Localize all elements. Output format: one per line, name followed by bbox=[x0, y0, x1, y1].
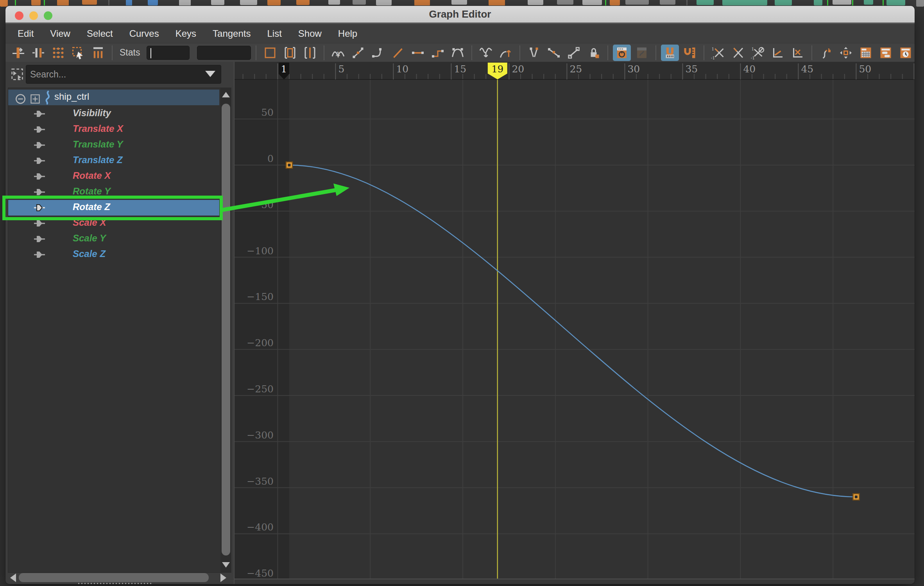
shelf-icon-stub[interactable] bbox=[353, 0, 366, 5]
shelf-icon-stub[interactable] bbox=[528, 0, 543, 5]
channel-row-translate-x[interactable]: Translate X bbox=[8, 122, 219, 137]
channel-row-scale-y[interactable]: Scale Y bbox=[8, 231, 219, 247]
move-nearest-key-tool-button[interactable] bbox=[9, 45, 27, 61]
stacked-view-button[interactable] bbox=[281, 45, 299, 61]
shelf-icon-stub[interactable] bbox=[179, 0, 191, 6]
mute-channel-icon[interactable] bbox=[33, 109, 46, 119]
panel-resize-grip[interactable] bbox=[78, 583, 152, 584]
menu-view[interactable]: View bbox=[50, 28, 70, 39]
shelf-icon-stub[interactable] bbox=[376, 0, 392, 5]
mute-channel-icon[interactable] bbox=[33, 218, 46, 228]
mute-channel-icon[interactable] bbox=[33, 140, 46, 150]
swap-buffer-curve-button[interactable] bbox=[497, 45, 515, 61]
channel-row-rotate-x[interactable]: Rotate X bbox=[8, 169, 219, 184]
filter-icon[interactable] bbox=[9, 67, 25, 82]
break-tangents-button[interactable] bbox=[525, 45, 543, 61]
shelf-icon-stub[interactable] bbox=[211, 0, 224, 5]
channel-row-translate-z[interactable]: Translate Z bbox=[8, 153, 219, 169]
mute-channel-icon[interactable] bbox=[33, 124, 46, 135]
channel-row-rotate-z[interactable]: Rotate Z bbox=[8, 200, 219, 216]
channel-row-rotate-y[interactable]: Rotate Y bbox=[8, 184, 219, 200]
channel-row-translate-y[interactable]: Translate Y bbox=[8, 137, 219, 153]
stats-value-field[interactable] bbox=[197, 46, 251, 60]
search-input[interactable] bbox=[30, 65, 202, 83]
channel-row-visibility[interactable]: Visibility bbox=[8, 106, 219, 122]
retime-tool-button[interactable] bbox=[89, 45, 107, 61]
window-titlebar[interactable]: Graph Editor bbox=[5, 6, 915, 23]
shelf-icon-stub[interactable] bbox=[0, 0, 8, 7]
shelf-icon-stub[interactable] bbox=[610, 0, 620, 5]
pre-infinity-cycle-offset-button[interactable] bbox=[729, 45, 747, 61]
scroll-left-icon[interactable] bbox=[10, 573, 16, 582]
horizontal-scroll-thumb[interactable] bbox=[19, 573, 209, 582]
spline-tangent-button[interactable] bbox=[349, 45, 367, 61]
shelf-icon-stub[interactable] bbox=[697, 0, 714, 5]
mute-channel-icon[interactable] bbox=[33, 203, 46, 213]
vertical-scroll-thumb[interactable] bbox=[222, 104, 230, 555]
shelf-icon-stub[interactable] bbox=[240, 0, 257, 5]
unify-tangents-button[interactable] bbox=[545, 45, 563, 61]
stipple-curve-button[interactable] bbox=[817, 45, 835, 61]
mute-channel-icon[interactable] bbox=[33, 187, 46, 197]
menu-keys[interactable]: Keys bbox=[175, 28, 196, 39]
shelf-icon-stub[interactable] bbox=[57, 0, 69, 6]
step-tangent-button[interactable] bbox=[429, 45, 447, 61]
shelf-icon-stub[interactable] bbox=[148, 0, 158, 5]
shelf-icon-stub[interactable] bbox=[814, 0, 822, 5]
auto-load-graph-button[interactable] bbox=[613, 45, 631, 61]
clamped-tangent-button[interactable] bbox=[369, 45, 387, 61]
time-snap-button[interactable] bbox=[661, 45, 679, 61]
shelf-icon-stub[interactable] bbox=[82, 0, 97, 5]
shelf-icon-stub[interactable] bbox=[557, 0, 573, 5]
absolute-view-button[interactable] bbox=[261, 45, 279, 61]
flat-tangent-button[interactable] bbox=[409, 45, 427, 61]
load-graph-button[interactable] bbox=[633, 45, 651, 61]
post-infinity-linear-button[interactable] bbox=[769, 45, 787, 61]
shelf-icon-stub[interactable] bbox=[886, 0, 905, 5]
animation-curve-plot[interactable]: 500−50−100−150−200−250−300−350−400−45051… bbox=[235, 62, 915, 584]
scroll-right-icon[interactable] bbox=[220, 573, 226, 582]
shelf-icon-stub[interactable] bbox=[864, 0, 873, 5]
tree-vertical-scrollbar[interactable] bbox=[220, 88, 231, 572]
normalized-view-button[interactable] bbox=[301, 45, 319, 61]
plateau-tangent-button[interactable] bbox=[449, 45, 467, 61]
auto-tangent-button[interactable]: A bbox=[329, 45, 347, 61]
menu-show[interactable]: Show bbox=[298, 28, 322, 39]
menu-curves[interactable]: Curves bbox=[129, 28, 159, 39]
buffer-curve-snapshot-button[interactable] bbox=[477, 45, 495, 61]
collapse-icon[interactable] bbox=[14, 91, 29, 107]
mute-channel-icon[interactable] bbox=[33, 250, 46, 260]
shelf-icon-stub[interactable] bbox=[451, 0, 467, 5]
menu-help[interactable]: Help bbox=[338, 28, 357, 39]
mute-channel-icon[interactable] bbox=[33, 171, 46, 182]
channel-row-scale-z[interactable]: Scale Z bbox=[8, 247, 219, 262]
shelf-icon-stub[interactable] bbox=[267, 0, 281, 5]
tree-node-ship-ctrl[interactable]: ship_ctrl bbox=[8, 90, 219, 105]
node-label[interactable]: ship_ctrl bbox=[54, 91, 89, 102]
menu-tangents[interactable]: Tangents bbox=[213, 28, 251, 39]
menu-edit[interactable]: Edit bbox=[18, 28, 34, 39]
shelf-icon-stub[interactable] bbox=[126, 0, 132, 6]
curve-graph-area[interactable]: 500−50−100−150−200−250−300−350−400−45051… bbox=[235, 62, 915, 584]
time-editor-window-button[interactable] bbox=[897, 45, 915, 61]
lock-tangent-weight-button[interactable] bbox=[585, 45, 603, 61]
shelf-icon-stub[interactable] bbox=[31, 0, 41, 5]
shelf-icon-stub[interactable] bbox=[489, 0, 505, 6]
linear-tangent-button[interactable] bbox=[389, 45, 407, 61]
channel-row-scale-x[interactable]: Scale X bbox=[8, 216, 219, 231]
spreadsheet-button[interactable] bbox=[857, 45, 875, 61]
tree-horizontal-scrollbar[interactable] bbox=[8, 573, 231, 583]
shelf-icon-stub[interactable] bbox=[296, 0, 310, 5]
menu-select[interactable]: Select bbox=[87, 28, 113, 39]
shelf-icon-stub[interactable] bbox=[833, 0, 851, 5]
search-dropdown-icon[interactable] bbox=[205, 71, 215, 77]
shelf-icon-stub[interactable] bbox=[108, 0, 109, 5]
free-tangent-weight-button[interactable] bbox=[565, 45, 583, 61]
shelf-icon-stub[interactable] bbox=[328, 0, 340, 5]
shelf-icon-stub[interactable] bbox=[660, 0, 675, 5]
shelf-icon-stub[interactable] bbox=[722, 0, 767, 5]
dope-sheet-window-button[interactable] bbox=[877, 45, 895, 61]
shelf-icon-stub[interactable] bbox=[686, 0, 688, 5]
menu-list[interactable]: List bbox=[267, 28, 281, 39]
pan-zoom-tool-button[interactable] bbox=[837, 45, 855, 61]
